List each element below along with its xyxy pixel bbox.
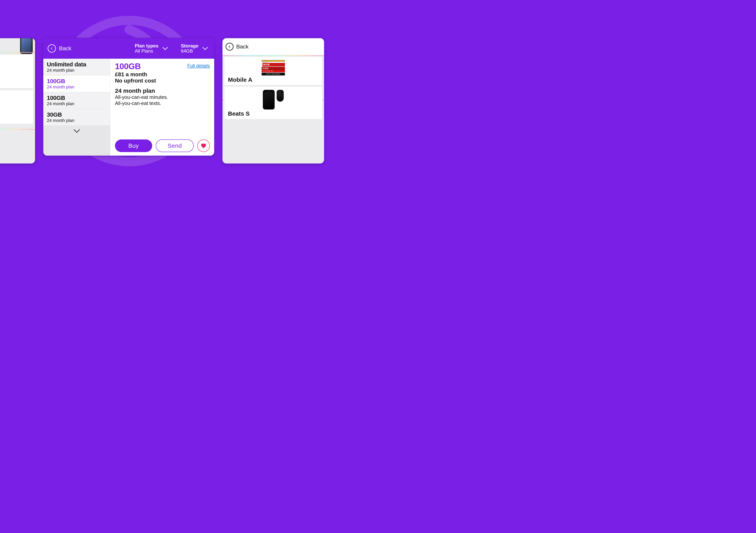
back-button[interactable] [48,44,56,53]
plan-item[interactable]: Unlimited data 24 month plan [43,59,110,75]
buy-button[interactable]: Buy [115,139,152,152]
detail-data-amount: 100GB [115,62,141,70]
plan-selector-card: Back Plan types All Plans Storage 64GB [43,38,215,156]
phone-thumbnail [20,38,33,54]
dropdown-label: Plan types [135,43,158,48]
back-label: Back [236,43,249,50]
chevron-left-icon [50,47,53,50]
back-button[interactable] [226,43,233,51]
chevron-down-icon [201,46,209,50]
award-badge: techradar MOB CHO CONSUMER AWA BEST NETW… [261,60,285,76]
detail-upfront: No upfront cost [115,78,210,84]
plan-item[interactable]: 30GB 24 month plan [43,109,110,126]
plan-item-subtitle: 24 month plan [47,68,106,73]
next-tile-beats[interactable]: Beats S [225,87,322,119]
back-label: Back [59,45,71,52]
detail-plan-length: 24 month plan [115,87,210,94]
show-more-plans[interactable] [43,126,110,155]
detail-feature: All-you-can-eat texts. [115,100,210,106]
next-tile-awards[interactable]: techradar MOB CHO CONSUMER AWA BEST NETW… [225,57,322,85]
plan-item-title: 100GB [47,95,106,101]
plan-item-title: 100GB [47,78,106,84]
plan-detail: 100GB Full details £81 a month No upfron… [110,59,214,155]
dropdown-label: Storage [181,43,199,48]
next-tile-1-label-fragment: Mobile A [228,76,318,83]
plan-item[interactable]: 100GB 24 month plan [43,92,110,109]
divider [0,52,35,53]
heart-icon [201,143,206,149]
topbar: Back Plan types All Plans Storage 64GB [43,38,214,59]
detail-price: £81 a month [115,71,210,78]
detail-feature: All-you-can-eat minutes. [115,94,210,100]
dropdown-value: 64GB [181,48,199,54]
plan-types-dropdown[interactable]: Plan types All Plans [134,42,170,55]
chevron-down-icon [73,129,80,133]
chevron-left-icon [228,45,231,48]
plan-list: Unlimited data 24 month plan 100GB 24 mo… [43,59,110,155]
storage-dropdown[interactable]: Storage 64GB [180,42,210,55]
next-tile-2-label-fragment: Beats S [228,110,318,117]
dropdown-value: All Plans [135,48,158,54]
plan-item-subtitle: 24 month plan [47,101,106,106]
prev-tile-2-label-fragment: tion [0,102,30,112]
plan-item-title: Unlimited data [47,62,106,67]
plan-item[interactable]: 100GB 24 month plan [43,75,110,92]
chevron-down-icon [161,46,169,50]
previous-card: (R s tion [0,38,36,164]
earbud-thumbnail [277,90,284,102]
divider [0,129,35,130]
prev-tile-1-label-fragment: s [0,67,30,76]
next-card: Back techradar MOB CHO CONSUMER AWA BEST… [222,38,324,164]
divider [223,55,324,56]
plan-item-title: 30GB [47,112,106,118]
phone-thumbnail [263,90,275,109]
plan-item-subtitle: 24 month plan [47,85,106,90]
plan-item-subtitle: 24 month plan [47,118,106,123]
favorite-button[interactable] [197,139,210,152]
full-details-link[interactable]: Full details [187,63,210,69]
send-button[interactable]: Send [156,139,194,152]
